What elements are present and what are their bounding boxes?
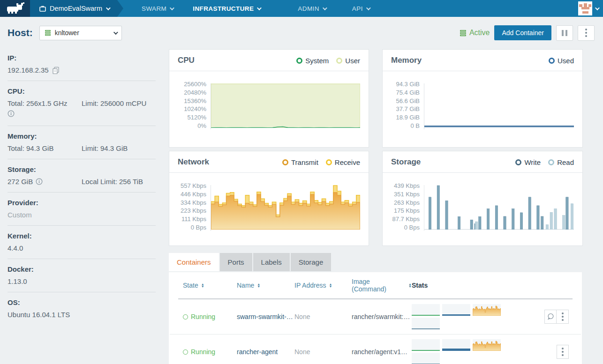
container-ip: None: [294, 313, 352, 320]
container-name-link[interactable]: swarm-swarmkit-…: [237, 313, 293, 320]
nav-item-api[interactable]: API: [342, 0, 379, 17]
chevron-down-icon: [113, 30, 118, 35]
server-stack-icon: [460, 30, 467, 37]
sort-icon: ▲▼: [201, 283, 204, 288]
nav-links: SWARM INFRASTRUCTURE ADMIN API: [132, 0, 379, 17]
tab-ports[interactable]: Ports: [220, 253, 252, 271]
detail-docker: Docker: 1.13.0: [8, 259, 156, 292]
speech-bubble-icon: [547, 313, 554, 320]
table-header-row: State ▲▼ Name ▲▼ IP Address ▲▼ Image (Co…: [169, 272, 582, 298]
sort-icon: ▲▼: [329, 283, 332, 288]
container-name-link[interactable]: rancher-agent: [237, 348, 278, 356]
header-state[interactable]: State ▲▼: [178, 282, 237, 289]
network-panel: Network TransmitReceive 557 Kbps446 Kbps…: [169, 151, 369, 246]
nav-item-infrastructure[interactable]: INFRASTRUCTURE: [183, 0, 270, 17]
kebab-icon: [562, 312, 564, 321]
legend-ring-icon: [336, 58, 342, 64]
container-state: Running: [178, 313, 237, 320]
chevron-down-icon: [170, 6, 174, 10]
info-icon[interactable]: [8, 110, 15, 117]
environment-selector[interactable]: DemoEvalSwarm: [30, 0, 123, 17]
avatar: [578, 1, 592, 15]
mini-cpu-chart: [412, 304, 440, 316]
legend-ring-icon: [549, 58, 555, 64]
storage-yaxis: 439 Kbps351 Kbps263 Kbps175 Kbps87.7 Kbp…: [388, 182, 424, 231]
storage-legend: WriteRead: [515, 158, 574, 166]
deactivate-host-button[interactable]: [556, 25, 573, 41]
console-button[interactable]: [544, 310, 557, 324]
nav-item-swarm[interactable]: SWARM: [132, 0, 183, 17]
host-menu-button[interactable]: [578, 25, 595, 41]
cpu-panel-title: CPU: [178, 56, 195, 65]
table-row: Running rancher-agent None rancher/agent…: [169, 334, 582, 364]
chevron-down-icon: [257, 6, 262, 10]
mini-storage-chart: [412, 353, 440, 364]
cpu-limit: Limit: 256000 mCPU: [82, 99, 146, 107]
nav-item-admin[interactable]: ADMIN: [288, 0, 336, 17]
host-select-value: knltower: [55, 29, 79, 37]
container-stats: [412, 339, 573, 364]
container-image: rancher/swarmkit:…: [352, 313, 412, 320]
legend-item: Write: [515, 158, 541, 166]
legend-item: Read: [548, 158, 574, 166]
add-container-button[interactable]: Add Container: [494, 25, 551, 40]
legend-item: Transmit: [282, 158, 318, 166]
user-menu[interactable]: [578, 0, 603, 17]
memory-total: Total: 94.3 GiB: [8, 144, 82, 152]
memory-yaxis: 94.3 GiB75.4 GiB56.6 GiB37.7 GiB18.9 GiB…: [388, 81, 424, 129]
container-ip: None: [294, 348, 352, 356]
detail-provider: Provider: Custom: [8, 193, 156, 226]
detail-memory: Memory: Total: 94.3 GiB Limit: 94.3 GiB: [8, 126, 156, 159]
mini-memory-chart: [442, 339, 470, 351]
docker-value: 1.13.0: [8, 277, 156, 285]
kebab-icon: [562, 348, 564, 356]
cpu-legend: SystemUser: [296, 57, 360, 65]
tab-storage[interactable]: Storage: [291, 253, 332, 271]
network-legend: TransmitReceive: [282, 158, 360, 166]
pause-icon: [562, 30, 564, 36]
header-stats: Stats: [412, 282, 573, 289]
header-name[interactable]: Name ▲▼: [237, 282, 294, 289]
rancher-logo[interactable]: [0, 0, 30, 17]
detail-kernel: Kernel: 4.4.0: [8, 226, 156, 259]
row-menu-button[interactable]: [557, 345, 569, 359]
network-chart: [211, 185, 360, 230]
containers-table: State ▲▼ Name ▲▼ IP Address ▲▼ Image (Co…: [169, 272, 582, 364]
copy-icon[interactable]: [52, 67, 60, 74]
host-select[interactable]: knltower: [39, 26, 122, 40]
legend-ring-icon: [326, 159, 332, 165]
memory-chart: [424, 83, 574, 128]
pause-icon: [565, 30, 567, 36]
legend-ring-icon: [282, 159, 288, 165]
mini-network-chart: [473, 339, 501, 351]
header-image-command[interactable]: Image (Command) ▲▼: [352, 278, 412, 293]
tab-labels[interactable]: Labels: [253, 253, 290, 271]
mini-storage-chart: [412, 318, 440, 329]
environment-icon: [39, 6, 46, 12]
storage-limit: Local Limit: 256 TiB: [82, 178, 143, 186]
storage-panel: Storage WriteRead 439 Kbps351 Kbps263 Kb…: [382, 151, 583, 246]
provider-value: Custom: [8, 211, 156, 219]
row-menu-button[interactable]: [557, 310, 569, 324]
mini-cpu-chart: [412, 339, 440, 351]
detail-cpu: CPU: Total: 256x1.5 GHz Limit: 256000 mC…: [8, 81, 156, 126]
chevron-down-icon: [323, 6, 327, 10]
cpu-total: Total: 256x1.5 GHz: [8, 99, 82, 107]
running-ring-icon: [183, 314, 188, 319]
running-ring-icon: [183, 349, 188, 355]
mini-network-chart: [473, 304, 501, 316]
storage-total: 272 GiB: [8, 178, 33, 186]
host-label: Host:: [8, 27, 33, 38]
top-navbar: DemoEvalSwarm SWARM INFRASTRUCTURE ADMIN…: [0, 0, 603, 17]
rancher-cow-icon: [5, 2, 25, 15]
header-ip-address[interactable]: IP Address ▲▼: [294, 282, 352, 289]
kernel-value: 4.4.0: [8, 244, 156, 252]
host-header: Host: knltower Active Add Container: [0, 22, 603, 43]
legend-item: Used: [549, 57, 574, 65]
info-icon[interactable]: [36, 178, 43, 185]
tab-containers[interactable]: Containers: [169, 253, 219, 271]
legend-item: System: [296, 57, 329, 65]
memory-legend: Used: [549, 57, 574, 65]
sort-icon: ▲▼: [257, 283, 260, 288]
mini-memory-chart: [442, 304, 470, 316]
